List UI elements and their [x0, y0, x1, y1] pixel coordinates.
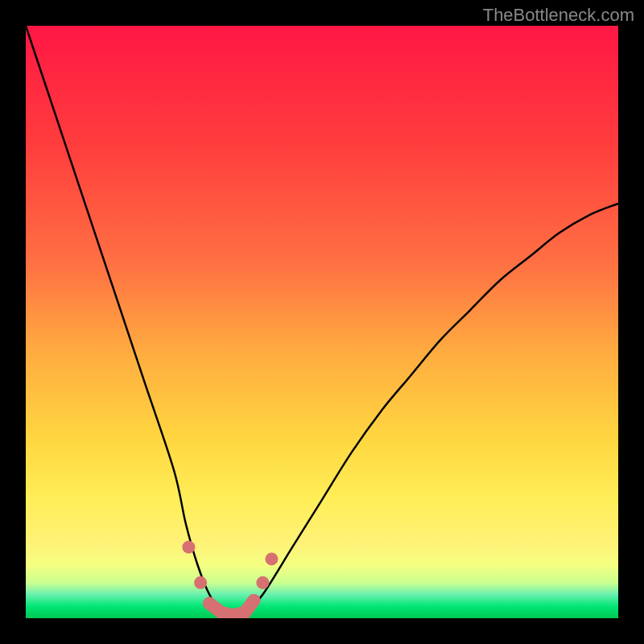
svg-point-9 — [265, 552, 278, 565]
chart-area — [26, 26, 618, 618]
svg-point-1 — [182, 541, 195, 554]
bottleneck-curve — [26, 26, 618, 618]
svg-point-2 — [194, 576, 207, 589]
svg-point-8 — [256, 576, 269, 589]
watermark-text: TheBottleneck.com — [483, 5, 634, 26]
